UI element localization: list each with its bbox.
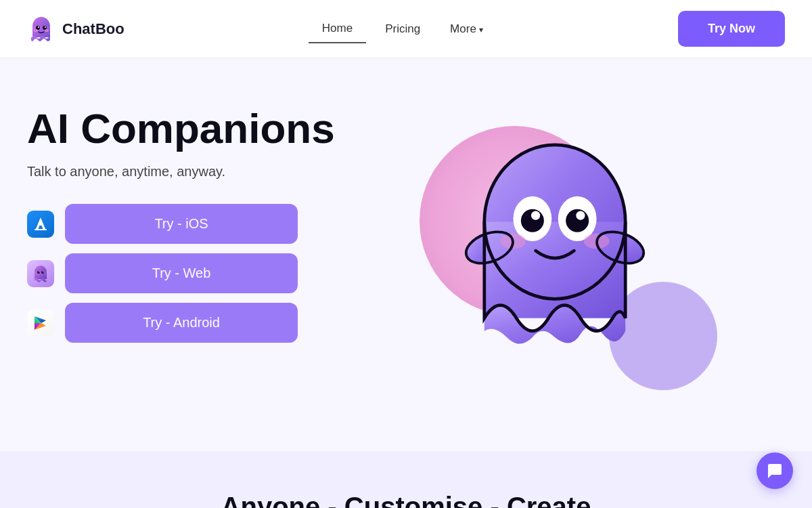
svg-point-12 — [37, 271, 40, 274]
hero-subtitle: Talk to anyone, anytime, anyway. — [27, 164, 379, 179]
svg-rect-1 — [32, 26, 50, 37]
chat-icon — [766, 462, 784, 480]
nav-pricing[interactable]: Pricing — [371, 16, 434, 43]
web-cta-row: Try - Web — [27, 253, 298, 293]
svg-point-6 — [34, 29, 38, 32]
try-android-button[interactable]: Try - Android — [65, 303, 298, 343]
svg-point-25 — [576, 211, 585, 219]
try-now-button[interactable]: Try Now — [678, 11, 785, 47]
svg-point-14 — [39, 271, 39, 272]
ghost-web-icon — [27, 260, 54, 287]
chat-fab-button[interactable] — [757, 452, 793, 489]
logo-text: ChatBoo — [62, 20, 125, 38]
cta-group: Try - iOS — [27, 204, 298, 343]
try-ios-button[interactable]: Try - iOS — [65, 204, 298, 244]
hero-illustration — [379, 99, 731, 424]
nav-home[interactable]: Home — [309, 15, 366, 43]
svg-point-4 — [38, 26, 39, 28]
try-web-button[interactable]: Try - Web — [65, 253, 298, 293]
ios-cta-row: Try - iOS — [27, 204, 298, 244]
google-play-icon — [27, 310, 54, 337]
section2-title: Anyone - Customise - Create — [27, 492, 785, 508]
chevron-down-icon: ▾ — [479, 25, 483, 35]
navbar: ChatBoo Home Pricing More ▾ Try Now — [0, 0, 812, 58]
svg-rect-9 — [35, 229, 47, 230]
svg-point-24 — [531, 211, 540, 219]
ghost-illustration — [447, 119, 663, 363]
hero-title: AI Companions — [27, 106, 379, 152]
svg-rect-8 — [39, 224, 43, 226]
section2: Anyone - Customise - Create 1000s of com… — [0, 451, 812, 508]
svg-point-13 — [41, 271, 44, 274]
android-cta-row: Try - Android — [27, 303, 298, 343]
logo[interactable]: ChatBoo — [27, 15, 125, 43]
svg-point-7 — [45, 29, 49, 32]
nav-more-button[interactable]: More ▾ — [439, 16, 494, 43]
ios-icon — [27, 211, 54, 238]
hero-section: AI Companions Talk to anyone, anytime, a… — [0, 58, 812, 451]
svg-point-5 — [45, 26, 46, 28]
svg-point-15 — [43, 271, 43, 272]
logo-icon — [27, 15, 55, 43]
nav-links: Home Pricing More ▾ — [309, 15, 494, 43]
hero-left: AI Companions Talk to anyone, anytime, a… — [27, 99, 379, 343]
